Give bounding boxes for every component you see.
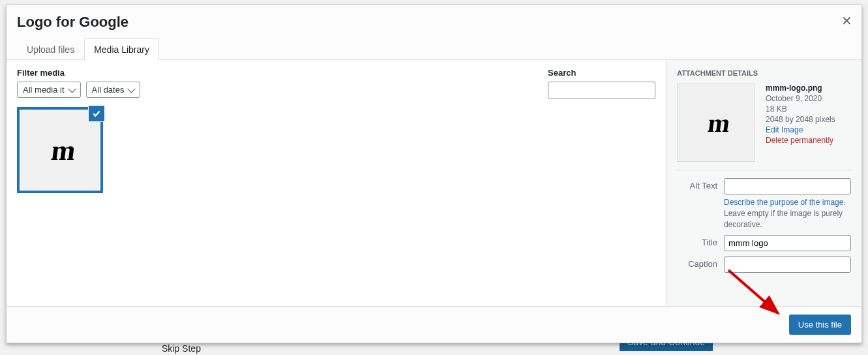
- attachment-details-heading: ATTACHMENT DETAILS: [677, 69, 851, 77]
- check-icon[interactable]: [89, 106, 104, 121]
- title-input[interactable]: [724, 235, 851, 251]
- tab-media-library[interactable]: Media Library: [84, 39, 159, 60]
- attachment-sidebar: ATTACHMENT DETAILS m mmm-logo.png Octobe…: [666, 60, 861, 306]
- search-group: Search: [548, 68, 655, 99]
- describe-image-link[interactable]: Describe the purpose of the image: [724, 198, 843, 207]
- modal-footer: Use this file: [7, 306, 861, 343]
- caption-label: Caption: [677, 256, 724, 269]
- edit-image-link[interactable]: Edit Image: [766, 125, 835, 134]
- media-main: Filter media All media it All dates Sear…: [7, 60, 666, 306]
- alt-text-help: Describe the purpose of the image. Leave…: [724, 197, 851, 230]
- mmm-logo-icon: m: [49, 134, 71, 167]
- modal-header: Logo for Google ✕: [7, 5, 861, 31]
- modal-title: Logo for Google: [17, 13, 851, 31]
- detail-thumbnail: m: [677, 84, 755, 162]
- close-icon[interactable]: ✕: [841, 13, 852, 29]
- title-label: Title: [677, 235, 724, 247]
- detail-filename: mmm-logo.png: [766, 84, 835, 93]
- thumbnail-grid: m: [7, 107, 666, 306]
- filter-group: Filter media All media it All dates: [17, 68, 140, 98]
- modal-body: Filter media All media it All dates Sear…: [7, 60, 861, 306]
- search-label: Search: [548, 68, 655, 78]
- mmm-logo-icon: m: [706, 108, 726, 138]
- tab-bar: Upload files Media Library: [7, 31, 861, 60]
- search-input[interactable]: [548, 82, 655, 99]
- alt-text-input[interactable]: [724, 178, 851, 194]
- filter-date-select[interactable]: All dates: [86, 82, 141, 98]
- delete-permanently-link[interactable]: Delete permanently: [766, 136, 835, 145]
- alt-text-label: Alt Text: [677, 178, 724, 191]
- tab-upload-files[interactable]: Upload files: [17, 39, 84, 60]
- skip-step-button: Skip Step: [162, 343, 201, 354]
- media-modal: Logo for Google ✕ Upload files Media Lib…: [6, 5, 862, 343]
- detail-size: 18 KB: [766, 104, 835, 114]
- detail-date: October 9, 2020: [766, 94, 835, 103]
- caption-input[interactable]: [724, 256, 851, 273]
- detail-dimensions: 2048 by 2048 pixels: [766, 115, 835, 124]
- media-thumbnail-selected[interactable]: m: [17, 107, 103, 193]
- use-this-file-button[interactable]: Use this file: [789, 315, 851, 335]
- filter-label: Filter media: [17, 68, 140, 78]
- filter-type-select[interactable]: All media it: [17, 82, 81, 98]
- media-toolbar: Filter media All media it All dates Sear…: [7, 60, 666, 107]
- detail-meta: mmm-logo.png October 9, 2020 18 KB 2048 …: [766, 84, 835, 162]
